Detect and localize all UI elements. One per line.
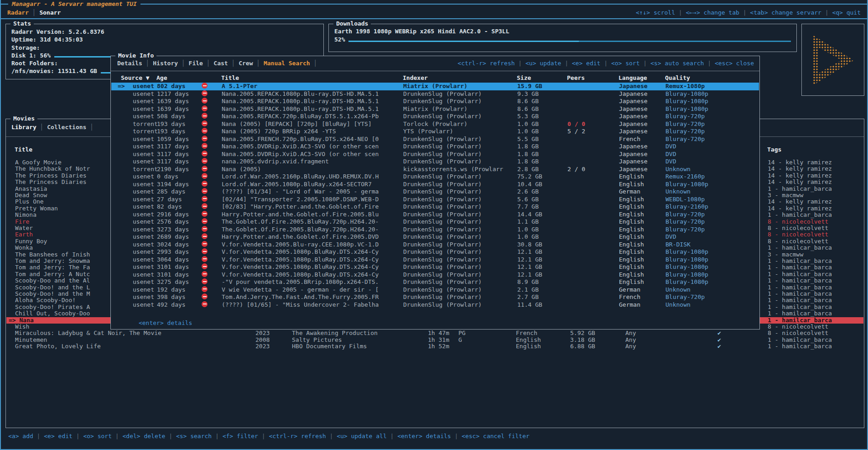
release-row[interactable]: usenet492 days(????) [01/65] - "Miss Und… <box>111 301 759 309</box>
movie-tag: 1 - hamilcar_barca <box>768 304 832 310</box>
movie-tag: 3 - macmww <box>768 251 803 258</box>
tab-history[interactable]: History <box>153 60 178 67</box>
release-row[interactable]: usenet3194 daysLord.of.War.2005.1080p.Bl… <box>111 181 759 188</box>
release-column-header[interactable]: Source ▼ <box>121 74 150 81</box>
release-row[interactable]: usenet2993 daysV.for.Vendetta.2005.1080p… <box>111 248 759 256</box>
release-column-header[interactable]: Indexer <box>403 74 428 81</box>
release-source: usenet <box>133 256 154 264</box>
release-peers: 5 / 2 <box>567 128 585 136</box>
release-language: Japanese <box>619 90 648 98</box>
release-row[interactable]: usenet27 days[02/44] "Transporter 2.2005… <box>111 196 759 204</box>
release-row[interactable]: usenet192 daysV wie Vendetta - 2005 - ge… <box>111 286 759 294</box>
release-age: 2190 days <box>157 166 189 173</box>
download-progress-line: 52% <box>334 36 791 44</box>
release-title: Nana.2005.FRENCH.720p.BluRay.DTS.x264-NE… <box>222 136 379 143</box>
no-entry-icon <box>202 90 208 96</box>
release-language: English <box>619 233 644 241</box>
separator: | <box>675 9 686 16</box>
release-row[interactable]: usenet3101 daysV.for.Vendetta.2005.1080p… <box>111 271 759 279</box>
movie-studio: Salty Pictures <box>292 337 342 343</box>
release-row[interactable]: usenet508 daysNana.2005.REPACK.720p.BluR… <box>111 113 759 120</box>
release-source: usenet <box>133 105 154 113</box>
release-row[interactable]: torrent193 daysNana (2005) 720p BRRip x2… <box>111 128 759 136</box>
release-row[interactable]: torrent193 daysNana (2005) [REPACK] [720… <box>111 120 759 128</box>
movie-certification: G <box>458 337 462 343</box>
release-row[interactable]: usenet3064 daysV.for.Vendetta.2005.1080p… <box>111 256 759 264</box>
movie-info-footer: <enter> details <box>117 313 192 333</box>
release-row[interactable]: usenet1639 daysNana.2005.REPACK.1080p.Bl… <box>111 105 759 113</box>
download-percent: 52% <box>334 36 345 44</box>
release-quality: Bluray-1080p <box>665 248 708 256</box>
release-source: usenet <box>133 286 154 294</box>
release-row[interactable]: usenet0 daysLord.of.War.2005.2160p.BluRa… <box>111 173 759 181</box>
movie-row[interactable]: Great Photo, Lovely Life2023HBO Document… <box>6 343 863 350</box>
release-language: English <box>619 226 644 234</box>
release-age: 1059 days <box>157 136 189 143</box>
tab-separator: │ <box>310 60 317 67</box>
release-row[interactable]: usenet1217 daysNana.2005.REPACK.1080p.Bl… <box>111 90 759 98</box>
release-source: usenet <box>133 188 154 196</box>
release-indexer: DrunkenSlug (Prowlarr) <box>403 203 482 211</box>
servarr-tab-sonarr[interactable]: Sonarr <box>39 9 61 16</box>
movie-row[interactable]: Minutemen2008Salty Pictures1h 31mGEnglis… <box>6 337 863 343</box>
logo-panel <box>801 24 864 96</box>
release-row[interactable]: usenet398 daysTom.And.Jerry.The.Fast.And… <box>111 293 759 301</box>
release-column-header[interactable]: Peers <box>567 74 585 81</box>
tab-file[interactable]: File <box>189 60 203 67</box>
release-row[interactable]: usenet3101 daysV.for.Vendetta.2005.1080p… <box>111 263 759 271</box>
movie-title: The Princess Diaries <box>15 173 87 179</box>
release-row[interactable]: usenet3024 daysV.for.Vendetta.2005.Blu-r… <box>111 241 759 249</box>
release-row[interactable]: usenet285 days(????) [01/34] - "Lord of … <box>111 188 759 196</box>
tab-manual-search[interactable]: Manual Search <box>264 60 310 67</box>
separator: | <box>704 60 714 67</box>
servarr-tab-radarr[interactable]: Radarr <box>7 9 29 16</box>
movie-tag: 14 - kelly ramirez <box>768 179 832 185</box>
movie-title: Aloha Scooby-Doo! <box>15 297 76 303</box>
release-quality: Bluray-720p <box>665 211 705 219</box>
release-title: Nana.2005.DVDRip.XviD.AC3-SVO (or other … <box>222 151 379 158</box>
release-row[interactable]: usenet2576 daysThe.Goblet.Of.Fire.2005.B… <box>111 218 759 226</box>
movie-title: Scooby-Doo! and the L <box>15 284 90 291</box>
release-row[interactable]: usenet3117 daysnana.2005.dvdrip.xvid.fra… <box>111 158 759 166</box>
release-indexer: DrunkenSlug (Prowlarr) <box>403 233 482 241</box>
release-column-header[interactable]: Quality <box>665 74 690 81</box>
release-row[interactable]: =>usenet802 daysA 5.1-PTerMiatrix (Prowl… <box>111 83 759 90</box>
release-column-header[interactable]: Language <box>619 74 647 81</box>
release-row[interactable]: usenet2689 daysHarry.Potter.and.the.Gobl… <box>111 233 759 241</box>
release-row[interactable]: usenet2916 daysHarry.Potter.and.the.Gobl… <box>111 211 759 219</box>
release-age: 27 days <box>157 196 182 204</box>
release-row[interactable]: usenet3117 daysNana.2005.DVDRip.XviD.AC3… <box>111 151 759 158</box>
separator: | <box>451 433 462 440</box>
release-column-header[interactable]: Size <box>517 74 531 81</box>
release-row[interactable]: usenet1639 daysNana.2005.REPACK.1080p.Bl… <box>111 98 759 105</box>
release-indexer: DrunkenSlug (Prowlarr) <box>403 226 482 234</box>
tab-separator: │ <box>86 124 94 131</box>
release-title: The.Goblet.Of.Fire.2005.BluRay.720p.H264… <box>222 226 379 234</box>
release-indexer: kickasstorrents.ws (Prowlarr <box>403 166 503 173</box>
tab-crew[interactable]: Crew <box>239 60 253 67</box>
no-entry-icon <box>202 105 208 111</box>
keybind-hint: <↑↓> scroll <box>636 9 675 16</box>
separator: | <box>387 433 397 440</box>
tab-cast[interactable]: Cast <box>213 60 228 67</box>
no-entry-icon <box>202 211 208 217</box>
tab-separator: │ <box>203 60 213 67</box>
tab-library[interactable]: Library <box>11 124 36 131</box>
release-language: English <box>619 203 644 211</box>
no-entry-icon <box>202 256 208 262</box>
tab-details[interactable]: Details <box>117 60 142 67</box>
release-indexer: DrunkenSlug (Prowlarr) <box>403 188 482 196</box>
release-row[interactable]: torrent2190 daysNana (2005)kickasstorren… <box>111 166 759 173</box>
release-row[interactable]: usenet3273 daysThe.Goblet.Of.Fire.2005.B… <box>111 226 759 234</box>
release-row[interactable]: usenet1059 daysNana.2005.FRENCH.720p.Blu… <box>111 136 759 143</box>
release-column-header[interactable]: Title <box>221 74 239 81</box>
release-row[interactable]: usenet3275 days-"V pour vendetta.2005.BR… <box>111 278 759 286</box>
release-size: 8.6 GB <box>517 105 539 113</box>
release-indexer: DrunkenSlug (Prowlarr) <box>403 256 482 264</box>
release-row[interactable]: usenet3117 daysNana.2005.DVDRip.XviD.AC3… <box>111 143 759 151</box>
no-entry-icon <box>202 226 208 232</box>
stats-panel-title: Stats <box>10 20 34 27</box>
release-column-header[interactable]: Age <box>156 74 167 81</box>
release-row[interactable]: usenet82 days[02/83] "Harry.Potter.and.t… <box>111 203 759 211</box>
tab-collections[interactable]: Collections <box>47 124 86 131</box>
